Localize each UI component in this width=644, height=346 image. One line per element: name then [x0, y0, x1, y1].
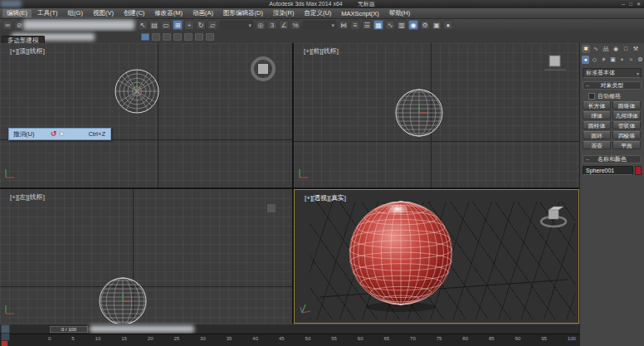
ribbon-tool-icon[interactable]	[152, 33, 160, 41]
object-type-button[interactable]: 圆锥体	[612, 101, 641, 110]
create-tab-icon[interactable]: ✱	[582, 45, 590, 53]
object-type-button[interactable]: 管状体	[612, 121, 641, 129]
window-crossing-icon[interactable]: ⊞	[173, 20, 183, 30]
geometry-category-icon[interactable]: ●	[582, 56, 589, 64]
autogrid-checkbox[interactable]	[588, 93, 595, 100]
viewport-top[interactable]: [+][顶][线框]	[0, 43, 292, 188]
menu-item[interactable]: 帮助(H)	[384, 8, 415, 18]
motion-tab-icon[interactable]: ◉	[612, 45, 620, 53]
menu-item[interactable]: MAXScript(X)	[336, 9, 383, 18]
layer-manager-icon[interactable]: ☰	[362, 20, 372, 30]
close-button[interactable]: ✕	[637, 0, 641, 8]
spacewarps-category-icon[interactable]: ≈	[627, 56, 635, 64]
frame-tick: 90	[515, 336, 521, 341]
menu-item[interactable]: 视图(V)	[88, 8, 119, 18]
sphere-object-left-view[interactable]	[97, 275, 149, 324]
menu-item[interactable]: 图形编辑器(D)	[218, 8, 268, 18]
object-type-button[interactable]: 球体	[583, 111, 611, 119]
ribbon-tool-icon[interactable]	[206, 33, 214, 41]
graphite-ribbon-toggle-icon[interactable]: ▦	[373, 20, 383, 30]
viewport-label[interactable]: [+][左][线框]	[10, 192, 45, 202]
sphere-object-top-view[interactable]	[114, 68, 160, 115]
object-name-field[interactable]: Sphere001	[583, 166, 633, 175]
object-type-button[interactable]: 圆环	[583, 131, 611, 139]
object-type-button[interactable]: 四棱锥	[612, 131, 641, 139]
viewport-left[interactable]: [+][左][线框]	[0, 189, 292, 324]
select-move-icon[interactable]: +	[184, 20, 194, 30]
select-and-link-icon[interactable]: ∞	[2, 20, 12, 30]
ribbon-tool-icon[interactable]	[163, 33, 171, 41]
object-type-button[interactable]: 圆柱体	[583, 121, 611, 129]
lights-category-icon[interactable]: ☀	[600, 56, 607, 64]
menu-item[interactable]: 工具(T)	[32, 8, 63, 18]
select-by-name-icon[interactable]: ▤	[149, 20, 159, 30]
cameras-category-icon[interactable]: ▣	[609, 56, 617, 64]
timeline-corner-icon[interactable]	[1, 340, 8, 346]
ribbon-tool-icon[interactable]	[173, 33, 182, 41]
render-setup-icon[interactable]: ⚙	[420, 20, 430, 30]
hierarchy-tab-icon[interactable]: 品	[602, 45, 610, 53]
ribbon-tool-icon[interactable]	[184, 33, 193, 41]
material-editor-icon[interactable]: ◉	[408, 20, 418, 30]
object-type-button[interactable]: 几何球体	[612, 111, 641, 119]
select-rotate-icon[interactable]: ↻	[196, 20, 206, 30]
menu-item[interactable]: 渲染(R)	[268, 8, 299, 18]
shapes-category-icon[interactable]: ◇	[591, 56, 598, 64]
helpers-category-icon[interactable]: ⌖	[618, 56, 626, 64]
rollout-object-type[interactable]: 对象类型	[583, 81, 642, 90]
align-icon[interactable]: ≡	[350, 20, 360, 30]
viewport-label[interactable]: [+][顶][线框]	[10, 46, 45, 56]
menu-item[interactable]: 修改器(M)	[149, 8, 188, 18]
window-controls: ─□✕	[622, 0, 641, 8]
rollout-name-color[interactable]: 名称和颜色	[583, 155, 642, 163]
select-scale-icon[interactable]: ▱	[207, 20, 217, 30]
viewcube[interactable]	[266, 202, 277, 214]
object-type-button[interactable]: 茶壶	[583, 141, 611, 149]
menu-item[interactable]: 组(G)	[63, 8, 88, 18]
object-type-button[interactable]: 平面	[612, 141, 641, 149]
render-production-icon[interactable]: ●	[443, 20, 453, 30]
select-object-icon[interactable]: ↖	[138, 20, 148, 30]
viewport-front[interactable]: [+][前][线框]	[294, 43, 579, 188]
reference-coordinate-dropdown[interactable]	[219, 20, 254, 30]
viewcube[interactable]	[247, 53, 279, 85]
mirror-icon[interactable]: ⋈	[339, 20, 349, 30]
sphere-object-front-view[interactable]	[393, 87, 445, 139]
object-type-button[interactable]: 长方体	[583, 101, 611, 110]
undo-menu-item[interactable]: 撤消(U) ↺ ➤ Ctrl+Z	[8, 128, 111, 140]
time-slider-handle[interactable]: 0 / 100	[50, 326, 88, 333]
utilities-tab-icon[interactable]: ⚒	[632, 45, 640, 53]
viewport-perspective-active[interactable]: [+][透视][真实]	[294, 189, 579, 324]
menu-item[interactable]: 自定义(U)	[299, 8, 336, 18]
frame-tick: 75	[437, 336, 442, 341]
ribbon-tool-icon[interactable]	[141, 33, 149, 41]
sphere-object-shaded[interactable]	[338, 197, 462, 314]
snap-toggle-icon[interactable]: 3	[267, 20, 277, 30]
grid-axis	[294, 141, 579, 142]
maximize-button[interactable]: □	[629, 0, 632, 8]
menu-item[interactable]: 编辑(E)	[2, 8, 32, 18]
menu-item[interactable]: 创建(C)	[119, 8, 149, 18]
ribbon-tool-icon[interactable]	[195, 33, 203, 41]
primitive-type-dropdown[interactable]: 标准基本体	[583, 68, 642, 78]
selection-region-icon[interactable]: ▭	[161, 20, 171, 30]
systems-category-icon[interactable]: ⚙	[637, 56, 644, 64]
rendered-frame-icon[interactable]: ▣	[432, 20, 442, 30]
curve-editor-icon[interactable]: ∿	[385, 20, 395, 30]
modify-tab-icon[interactable]: ∿	[592, 45, 600, 53]
use-pivot-center-icon[interactable]: ◎	[256, 20, 266, 30]
menu-item[interactable]: 动画(A)	[188, 8, 218, 18]
viewcube[interactable]	[537, 200, 570, 230]
schematic-view-icon[interactable]: ▥	[397, 20, 407, 30]
percent-snap-icon[interactable]: %	[290, 20, 300, 30]
track-bar[interactable]: 0510152025303540455055606570758085909510…	[0, 334, 579, 346]
minimize-button[interactable]: ─	[622, 0, 625, 8]
object-color-swatch[interactable]	[635, 166, 642, 175]
viewport-label[interactable]: [+][前][线框]	[304, 46, 339, 56]
viewcube[interactable]	[541, 53, 569, 73]
angle-snap-icon[interactable]: ∠	[279, 20, 289, 30]
time-slider[interactable]: 0 / 100	[0, 324, 579, 334]
named-selection-dropdown[interactable]	[302, 20, 337, 30]
title-bar[interactable]: Autodesk 3ds Max 2014 x64无标题 ─□✕	[0, 0, 644, 8]
display-tab-icon[interactable]: □	[622, 45, 630, 53]
